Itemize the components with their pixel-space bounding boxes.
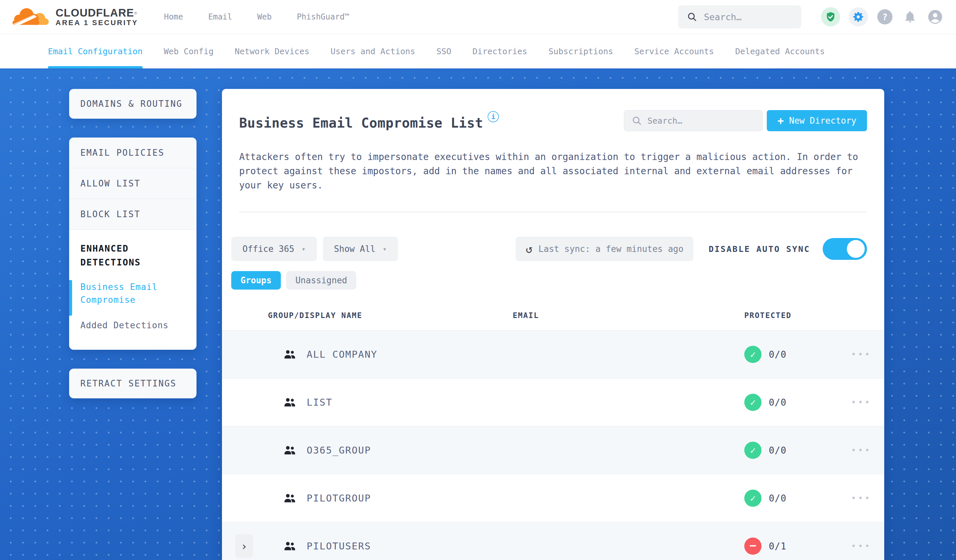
check-icon: ✓ <box>750 397 756 408</box>
protected-count: 0/0 <box>769 349 787 360</box>
logo-product-text: AREA 1 SECURITY <box>55 19 138 27</box>
sidebar-item-enhanced-detections[interactable]: ENHANCED DETECTIONS <box>80 242 185 270</box>
group-people-icon <box>282 539 297 553</box>
sidebar-item-business-email-compromise[interactable]: Business Email Compromise <box>80 281 185 306</box>
logo-brand-text: CLOUDFLARE <box>55 6 134 19</box>
user-avatar[interactable] <box>927 9 943 25</box>
sidebar-item-email-policies[interactable]: EMAIL POLICIES <box>69 138 197 168</box>
top-nav-link[interactable]: PhishGuard™ <box>297 12 349 22</box>
sidebar-item-retract-settings[interactable]: RETRACT SETTINGS <box>69 369 197 398</box>
view-tab[interactable]: Groups <box>231 271 281 290</box>
check-icon: ✓ <box>750 349 756 360</box>
page-description: Attackers often try to impersonate execu… <box>239 150 867 192</box>
refresh-icon: ↺ <box>526 243 532 254</box>
protected-status-badge: ✓− <box>744 442 761 459</box>
show-filter-select[interactable]: Show All ▾ <box>323 237 398 261</box>
section-tab[interactable]: Web Config <box>164 34 214 68</box>
section-tab[interactable]: Network Devices <box>235 34 310 68</box>
group-name: O365_GROUP <box>307 445 371 456</box>
LIST[interactable]: › LIST ✓− 0/0 <box>222 378 884 427</box>
row-menu-button[interactable]: ••• <box>838 493 884 503</box>
protected-status-badge: ✓− <box>744 394 761 411</box>
bec-list-panel: Business Email Compromise Listi + New Di… <box>222 89 884 560</box>
settings-gear-icon[interactable] <box>849 7 868 27</box>
list-search-input[interactable] <box>647 116 755 125</box>
notifications-bell-icon[interactable] <box>902 9 918 25</box>
logo-brand: CLOUDFLARE® <box>55 7 138 19</box>
PILOTUSERS[interactable]: › PILOTUSERS ✓− 0/1 <box>222 522 884 560</box>
plus-icon: + <box>777 115 784 126</box>
top-nav-link[interactable]: Email <box>208 12 232 22</box>
group-table: › ALL COMPANY ✓− 0/0 <box>222 331 884 560</box>
search-icon <box>632 115 642 126</box>
group-name: LIST <box>307 397 332 408</box>
section-tab[interactable]: Directories <box>472 34 527 68</box>
row-menu-button[interactable]: ••• <box>838 541 884 551</box>
top-nav-link[interactable]: Web <box>257 12 272 22</box>
top-navigation: HomeEmailWebPhishGuard™ <box>164 12 349 22</box>
chevron-right-icon: › <box>241 540 247 553</box>
logo-trademark: ® <box>134 11 137 16</box>
view-tabs: GroupsUnassigned <box>222 261 884 290</box>
security-shield-icon[interactable] <box>821 7 840 27</box>
chevron-down-icon: ▾ <box>302 245 306 253</box>
protected-count: 0/0 <box>769 445 787 456</box>
column-header-email: EMAIL <box>504 311 736 320</box>
new-directory-button[interactable]: + New Directory <box>767 110 867 131</box>
sidebar-item-allow-list[interactable]: ALLOW LIST <box>69 168 197 199</box>
help-glyph: ? <box>882 12 888 22</box>
sidebar-item-domains-routing[interactable]: DOMAINS & ROUTING <box>69 89 197 119</box>
section-tab[interactable]: Users and Actions <box>330 34 415 68</box>
chevron-down-icon: ▾ <box>383 245 387 253</box>
row-menu-button[interactable]: ••• <box>838 350 884 359</box>
info-icon[interactable]: i <box>487 111 499 122</box>
group-name: PILOTGROUP <box>307 493 371 504</box>
check-icon: ✓ <box>750 493 756 504</box>
row-menu-button[interactable]: ••• <box>838 397 884 407</box>
protected-status-badge: ✓− <box>744 538 761 555</box>
group-people-icon <box>282 443 297 457</box>
protected-count: 0/1 <box>769 541 787 552</box>
table-header: GROUP/DISPLAY NAME EMAIL PROTECTED <box>222 290 884 331</box>
protected-status-badge: ✓− <box>744 346 761 363</box>
view-tab[interactable]: Unassigned <box>286 271 357 290</box>
auto-sync-toggle[interactable] <box>823 238 867 260</box>
sidebar-item-added-detections[interactable]: Added Detections <box>80 319 185 332</box>
section-tab[interactable]: Delegated Accounts <box>735 34 825 68</box>
cloudflare-logo: CLOUDFLARE® AREA 1 SECURITY <box>11 6 138 27</box>
top-app-bar: CLOUDFLARE® AREA 1 SECURITY HomeEmailWeb… <box>0 0 956 34</box>
directory-select[interactable]: Office 365 ▾ <box>231 237 317 261</box>
group-people-icon <box>282 395 297 409</box>
ALL COMPANY[interactable]: › ALL COMPANY ✓− 0/0 <box>222 331 884 378</box>
section-tab[interactable]: Service Accounts <box>634 34 714 68</box>
group-people-icon <box>282 491 297 505</box>
group-name: PILOTUSERS <box>307 541 371 552</box>
section-tab[interactable]: Subscriptions <box>549 34 613 68</box>
settings-sidebar: DOMAINS & ROUTING EMAIL POLICIES ALLOW L… <box>69 89 197 398</box>
list-search[interactable] <box>624 110 763 131</box>
protected-count: 0/0 <box>769 397 787 408</box>
group-people-icon <box>282 347 297 361</box>
global-search-input[interactable] <box>704 12 792 22</box>
expand-row-button[interactable]: › <box>235 534 253 558</box>
column-header-group-name: GROUP/DISPLAY NAME <box>258 311 504 320</box>
global-search[interactable] <box>678 5 801 28</box>
section-tab[interactable]: SSO <box>436 34 451 68</box>
protected-status-badge: ✓− <box>744 489 761 507</box>
PILOTGROUP[interactable]: › PILOTGROUP ✓− 0/0 <box>222 474 884 522</box>
section-tab[interactable]: Email Configuration <box>48 34 143 68</box>
minus-icon: − <box>750 539 756 552</box>
workspace-background: DOMAINS & ROUTING EMAIL POLICIES ALLOW L… <box>0 68 956 560</box>
check-icon: ✓ <box>750 445 756 456</box>
last-sync-button[interactable]: ↺ Last sync: a few minutes ago <box>516 237 693 261</box>
O365_GROUP[interactable]: › O365_GROUP ✓− 0/0 <box>222 427 884 474</box>
search-icon <box>687 12 697 22</box>
protected-count: 0/0 <box>769 493 787 504</box>
sidebar-item-block-list[interactable]: BLOCK LIST <box>69 199 197 230</box>
help-icon[interactable]: ? <box>877 9 893 25</box>
section-tabs: Email ConfigurationWeb ConfigNetwork Dev… <box>0 34 956 68</box>
row-menu-button[interactable]: ••• <box>838 445 884 455</box>
page-title: Business Email Compromise Listi <box>239 111 499 130</box>
active-item-accent-bar <box>69 280 72 316</box>
top-nav-link[interactable]: Home <box>164 12 183 22</box>
